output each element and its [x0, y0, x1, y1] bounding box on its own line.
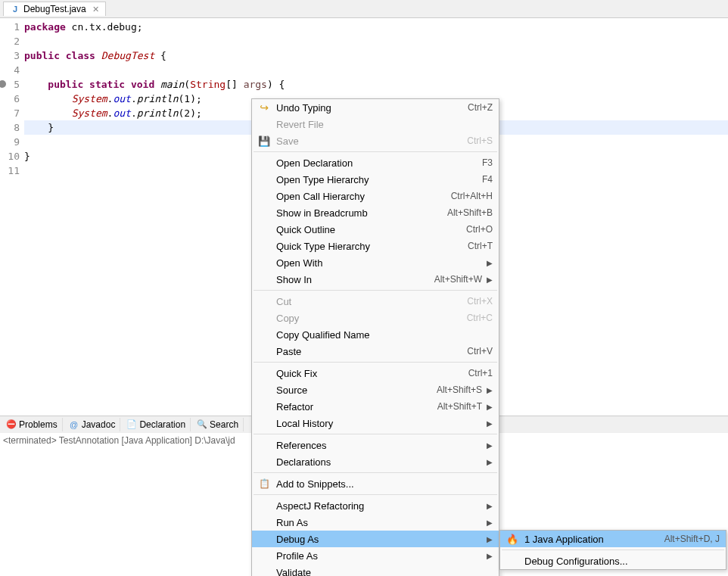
menu-item-show-in-breadcrumb[interactable]: Show in BreadcrumbAlt+Shift+B: [252, 204, 499, 221]
tab-label: Javadoc: [82, 419, 116, 430]
menu-item-declarations[interactable]: Declarations▶: [252, 453, 499, 470]
menu-item-label: Undo Typing: [273, 102, 468, 114]
submenu-arrow-icon: ▶: [482, 419, 493, 428]
tab-label: Problems: [19, 419, 58, 430]
menu-shortcut: Ctrl+O: [466, 224, 493, 235]
menu-shortcut: Alt+Shift+B: [447, 207, 493, 218]
menu-item-validate[interactable]: Validate: [252, 564, 499, 576]
java-file-icon: J: [10, 4, 20, 14]
menu-shortcut: F4: [482, 174, 493, 185]
menu-item-add-to-snippets[interactable]: 📋Add to Snippets...: [252, 475, 499, 492]
menu-item-label: Open Declaration: [273, 157, 482, 169]
menu-item-label: Open Type Hierarchy: [273, 174, 482, 185]
problems-icon: ⛔: [6, 419, 17, 430]
editor-context-menu: ↩Undo TypingCtrl+ZRevert File💾SaveCtrl+S…: [251, 98, 499, 576]
menu-item-aspectj-refactoring[interactable]: AspectJ Refactoring▶: [252, 497, 499, 514]
submenu-arrow-icon: ▶: [482, 441, 493, 450]
tab-label: Declaration: [139, 419, 185, 430]
menu-item-references[interactable]: References▶: [252, 437, 499, 453]
menu-item-label: Refactor: [273, 401, 437, 413]
tab-javadoc[interactable]: @ Javadoc: [64, 418, 121, 431]
menu-item-label: AspectJ Refactoring: [273, 500, 482, 512]
menu-item-open-call-hierarchy[interactable]: Open Call HierarchyCtrl+Alt+H: [252, 188, 499, 204]
menu-shortcut: Ctrl+X: [467, 296, 493, 307]
menu-shortcut: Ctrl+1: [468, 368, 493, 378]
menu-item-label: Save: [273, 135, 467, 147]
submenu-arrow-icon: ▶: [482, 552, 493, 560]
submenu-arrow-icon: ▶: [482, 386, 493, 394]
menu-separator: [254, 494, 497, 495]
menu-shortcut: Alt+Shift+D, J: [664, 534, 720, 544]
menu-item-save: 💾SaveCtrl+S: [252, 132, 499, 149]
menu-shortcut: Ctrl+Z: [468, 102, 493, 113]
menu-separator: [254, 472, 497, 473]
java-app-icon: 🔥: [506, 534, 518, 545]
menu-item-label: Declarations: [273, 456, 482, 468]
menu-item-label: Run As: [273, 517, 482, 528]
javadoc-icon: @: [69, 419, 79, 430]
menu-item-revert-file: Revert File: [252, 116, 499, 132]
menu-item-label: Open With: [273, 257, 482, 269]
submenu-item-debug-configurations[interactable]: Debug Configurations...: [500, 553, 726, 569]
menu-item-label: Revert File: [273, 119, 493, 130]
menu-shortcut: Alt+Shift+T: [437, 401, 482, 412]
menu-item-quick-outline[interactable]: Quick OutlineCtrl+O: [252, 221, 499, 238]
menu-item-label: Open Call Hierarchy: [273, 191, 451, 202]
menu-item-undo-typing[interactable]: ↩Undo TypingCtrl+Z: [252, 99, 499, 116]
submenu-arrow-icon: ▶: [482, 276, 493, 284]
menu-item-debug-as[interactable]: Debug As▶: [252, 531, 499, 547]
menu-item-show-in[interactable]: Show InAlt+Shift+W▶: [252, 271, 499, 288]
menu-item-open-with[interactable]: Open With▶: [252, 254, 499, 271]
tab-declaration[interactable]: 📄 Declaration: [122, 418, 191, 431]
tab-search[interactable]: 🔍 Search: [192, 418, 244, 431]
line-gutter: 1234567891011: [0, 18, 24, 416]
menu-separator: [254, 151, 497, 152]
menu-item-label: Quick Type Hierarchy: [273, 241, 468, 252]
menu-shortcut: Alt+Shift+S: [437, 385, 482, 395]
menu-item-local-history[interactable]: Local History▶: [252, 415, 499, 431]
submenu-arrow-icon: ▶: [482, 259, 493, 267]
menu-separator: [254, 290, 497, 291]
menu-item-label: Paste: [273, 346, 467, 357]
menu-shortcut: Ctrl+S: [467, 135, 493, 146]
menu-item-copy: CopyCtrl+C: [252, 310, 499, 326]
save-icon: 💾: [258, 135, 270, 147]
menu-item-label: Quick Outline: [273, 224, 466, 235]
menu-item-cut: CutCtrl+X: [252, 293, 499, 310]
menu-item-label: Show in Breadcrumb: [273, 207, 447, 219]
menu-shortcut: Ctrl+V: [467, 346, 493, 356]
submenu-arrow-icon: ▶: [482, 458, 493, 466]
menu-shortcut: Alt+Shift+W: [434, 274, 482, 285]
menu-item-source[interactable]: SourceAlt+Shift+S▶: [252, 381, 499, 398]
editor-tab[interactable]: J DebugTest.java ✕: [3, 2, 106, 16]
menu-item-open-declaration[interactable]: Open DeclarationF3: [252, 154, 499, 171]
menu-item-label: Add to Snippets...: [273, 478, 493, 490]
menu-item-label: References: [273, 440, 482, 451]
declaration-icon: 📄: [126, 419, 137, 430]
menu-item-open-type-hierarchy[interactable]: Open Type HierarchyF4: [252, 171, 499, 188]
menu-shortcut: Ctrl+T: [468, 241, 493, 251]
menu-item-label: Profile As: [273, 550, 482, 562]
menu-item-copy-qualified-name[interactable]: Copy Qualified Name: [252, 326, 499, 343]
submenu-arrow-icon: ▶: [482, 403, 493, 411]
menu-separator: [254, 362, 497, 363]
menu-item-refactor[interactable]: RefactorAlt+Shift+T▶: [252, 398, 499, 415]
menu-item-profile-as[interactable]: Profile As▶: [252, 547, 499, 564]
menu-item-paste[interactable]: PasteCtrl+V: [252, 343, 499, 360]
menu-item-run-as[interactable]: Run As▶: [252, 514, 499, 531]
menu-item-label: Validate: [273, 567, 493, 577]
close-icon[interactable]: ✕: [92, 5, 99, 14]
menu-shortcut: Ctrl+Alt+H: [451, 191, 493, 201]
menu-item-label: Source: [273, 385, 437, 396]
submenu-arrow-icon: ▶: [482, 502, 493, 510]
menu-item-label: Quick Fix: [273, 368, 468, 379]
submenu-item-1-java-application[interactable]: 🔥1 Java ApplicationAlt+Shift+D, J: [500, 531, 726, 547]
menu-item-label: Copy Qualified Name: [273, 329, 493, 341]
menu-item-quick-fix[interactable]: Quick FixCtrl+1: [252, 365, 499, 381]
editor-tab-bar: J DebugTest.java ✕: [0, 0, 728, 18]
menu-item-label: Debug As: [273, 534, 482, 545]
menu-item-quick-type-hierarchy[interactable]: Quick Type HierarchyCtrl+T: [252, 238, 499, 254]
search-icon: 🔍: [197, 419, 207, 430]
menu-item-label: Cut: [273, 296, 467, 307]
tab-problems[interactable]: ⛔ Problems: [2, 418, 63, 431]
